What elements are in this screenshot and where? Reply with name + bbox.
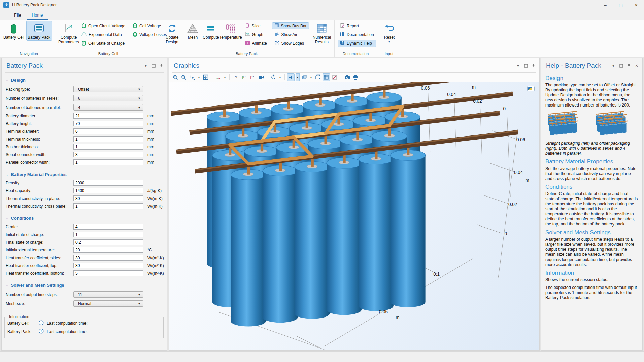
canvas-context-icon[interactable] (527, 86, 535, 91)
zoom-in-icon[interactable] (172, 73, 179, 81)
cell-state-of-charge-button[interactable]: Cell State of Charge (79, 40, 128, 47)
transparency-icon[interactable] (301, 73, 308, 81)
bus-bar-thickness-input[interactable] (73, 144, 143, 150)
thermal-conductivity-cross-plane-input[interactable] (73, 203, 143, 209)
form-row: Density: (2, 179, 167, 187)
show-bus-bar-button[interactable]: Show Bus Bar (272, 22, 309, 29)
initial-state-of-charge-input[interactable] (73, 232, 143, 237)
battery-pack-button[interactable]: Battery Pack (26, 21, 52, 41)
reset-dropdown-icon[interactable]: ▼ (388, 40, 391, 43)
output-time-steps-select[interactable]: 11▼ (73, 291, 143, 298)
group-label-navigation: Navigation (0, 51, 58, 57)
battery-pack-3d-view[interactable]: 0.060.040.020m0.060.04m0.0200.10.05m0 (169, 82, 539, 350)
compute-parameters-button[interactable]: Compute Parameters (60, 21, 77, 46)
packing-type-select[interactable]: Offset▼ (73, 86, 143, 92)
batteries-in-parallel-select[interactable]: 4▼ (73, 104, 143, 111)
section-battery-material-properties[interactable]: ⌄ Battery Material Properties (2, 169, 167, 179)
heat-transfer-bottom-input[interactable] (73, 270, 143, 276)
scene-light-icon[interactable] (287, 73, 295, 81)
animate-button[interactable]: Animate (243, 40, 269, 47)
density-input[interactable] (73, 180, 143, 186)
panel-pin-icon[interactable] (531, 63, 536, 68)
battery-cell-button[interactable]: Battery Cell (2, 21, 26, 41)
close-button[interactable]: ✕ (629, 0, 644, 10)
zoom-box-icon[interactable] (189, 73, 196, 81)
snapshot-icon[interactable] (343, 73, 351, 81)
panel-float-icon[interactable] (619, 63, 623, 68)
temperature-button[interactable]: Temperature (220, 21, 241, 41)
go-to-view-icon[interactable] (214, 73, 222, 81)
form-row: Terminal diameter: mm (2, 127, 167, 135)
scene-camera-icon[interactable] (257, 73, 265, 81)
update-design-button[interactable]: Update Design (161, 21, 183, 46)
serial-connector-width-input[interactable] (73, 152, 143, 157)
mesh-size-select[interactable]: Normal▼ (73, 300, 143, 307)
zoom-out-icon[interactable] (180, 73, 188, 81)
open-circuit-voltage-button[interactable]: Open Circuit Voltage (79, 22, 128, 29)
zoom-extents-icon[interactable] (202, 73, 209, 81)
close-icon[interactable]: ✕ (634, 63, 639, 68)
mesh-button[interactable]: Mesh (184, 21, 201, 41)
panel-menu-icon[interactable]: ▾ (143, 63, 148, 68)
experimental-data-button[interactable]: Experimental Data (79, 31, 128, 38)
documentation-icon (340, 32, 345, 38)
panel-float-icon[interactable] (151, 63, 156, 68)
zoom-box-dropdown-icon[interactable]: ▼ (197, 73, 201, 81)
graph-button[interactable]: Graph (243, 31, 269, 38)
info-icon[interactable]: i (39, 320, 44, 326)
thermal-conductivity-in-plane-input[interactable] (73, 195, 143, 201)
terminal-diameter-input[interactable] (73, 128, 143, 134)
documentation-button[interactable]: Documentation (338, 31, 376, 38)
go-to-view-dropdown-icon[interactable]: ▼ (223, 73, 227, 81)
batteries-in-series-select[interactable]: 6▼ (73, 95, 143, 101)
info-icon[interactable]: i (39, 329, 44, 335)
panel-float-icon[interactable] (523, 63, 528, 68)
parallel-connector-width-input[interactable] (73, 159, 143, 165)
heat-transfer-top-input[interactable] (73, 263, 143, 268)
menu-file[interactable]: File (9, 11, 26, 20)
compute-button[interactable]: Compute (202, 21, 219, 41)
title-bar: Li Battery Pack Designer – ▢ ✕ (0, 0, 644, 10)
section-design[interactable]: ⌄ Design (2, 75, 167, 85)
show-grid-icon[interactable] (323, 73, 330, 81)
group-label-battery-pack: Battery Pack (159, 51, 334, 57)
rotate-icon[interactable] (270, 73, 277, 81)
scene-light-dropdown-icon[interactable]: ▼ (296, 73, 300, 81)
maximize-button[interactable]: ▢ (613, 0, 629, 10)
dynamic-help-button[interactable]: ? Dynamic Help (338, 40, 376, 47)
ribbon: Battery Cell Battery Pack Navigation Com… (0, 20, 644, 57)
show-frame-icon[interactable] (314, 73, 321, 81)
panel-menu-icon[interactable]: ▾ (516, 63, 520, 68)
c-rate-input[interactable] (73, 224, 143, 230)
heat-capacity-input[interactable] (73, 188, 143, 193)
show-axes-icon[interactable] (331, 73, 338, 81)
heat-transfer-sides-input[interactable] (73, 255, 143, 261)
minimize-button[interactable]: – (598, 0, 613, 10)
section-solver-mesh-settings[interactable]: ⌄ Solver and Mesh Settings (2, 280, 167, 290)
reset-button[interactable]: Reset ▼ (381, 21, 398, 44)
transparency-dropdown-icon[interactable]: ▼ (309, 73, 313, 81)
view-xy-icon[interactable]: xy (232, 73, 239, 81)
terminal-thickness-input[interactable] (73, 136, 143, 142)
numerical-results-button[interactable]: Numerical Results (311, 21, 333, 46)
view-yz-icon[interactable]: yz (240, 73, 248, 81)
view-xz-icon[interactable]: xz (249, 73, 256, 81)
experimental-data-icon (81, 32, 87, 37)
graphics-canvas[interactable]: 0.060.040.020m0.060.04m0.0200.10.05m0 (169, 82, 539, 350)
battery-diameter-input[interactable] (73, 113, 143, 119)
menu-home[interactable]: Home (27, 11, 47, 20)
initial-external-temperature-input[interactable] (73, 247, 143, 253)
final-state-of-charge-input[interactable] (73, 239, 143, 245)
section-conditions[interactable]: ⌄ Conditions (2, 213, 167, 223)
slice-button[interactable]: Slice (243, 22, 269, 29)
show-edges-button[interactable]: Show Edges (272, 40, 309, 47)
rotate-dropdown-icon[interactable]: ▼ (278, 73, 282, 81)
panel-menu-icon[interactable]: ▾ (611, 63, 616, 68)
battery-height-input[interactable] (73, 121, 143, 126)
print-icon[interactable] (352, 73, 359, 81)
panel-pin-icon[interactable] (159, 63, 164, 68)
form-row: Heat transfer coefficient, bottom: W/(m²… (2, 269, 167, 277)
report-button[interactable]: Report (338, 22, 376, 29)
show-air-button[interactable]: Show Air (272, 31, 309, 38)
panel-pin-icon[interactable] (626, 63, 631, 68)
